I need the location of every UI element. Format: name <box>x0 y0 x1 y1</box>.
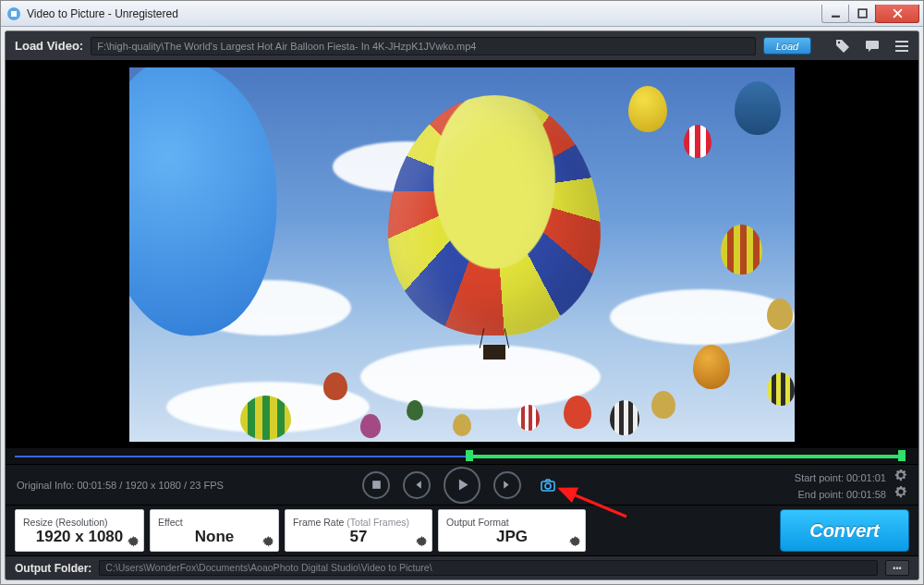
set-end-gear-icon[interactable] <box>894 485 907 498</box>
output-format-value: JPG <box>446 528 578 546</box>
svg-rect-1 <box>11 11 17 17</box>
end-point-label: End point: <box>798 489 847 500</box>
frame-rate-panel[interactable]: Frame Rate (Total Frames) 57 <box>285 509 432 552</box>
video-preview-area <box>6 61 918 447</box>
top-icon-group <box>835 39 909 54</box>
effect-value: None <box>158 528 271 546</box>
load-button[interactable]: Load <box>763 37 811 55</box>
svg-rect-6 <box>895 41 908 43</box>
play-button[interactable] <box>444 467 480 504</box>
timeline-selection <box>468 455 902 458</box>
resize-value: 1920 x 1080 <box>23 528 136 546</box>
selection-start-handle[interactable] <box>466 450 473 461</box>
app-icon <box>6 6 21 21</box>
snapshot-button[interactable] <box>534 471 562 499</box>
resize-gear-icon[interactable] <box>128 536 140 548</box>
minimize-button[interactable] <box>821 5 849 23</box>
video-path-input[interactable]: F:\high-quality\The World's Largest Hot … <box>91 37 756 55</box>
output-format-panel[interactable]: Output Format JPG <box>438 509 586 552</box>
next-frame-button[interactable] <box>493 471 521 499</box>
effect-panel[interactable]: Effect None <box>150 509 279 552</box>
original-info-text: Original Info: 00:01:58 / 1920 x 1080 / … <box>17 480 224 491</box>
start-point-value: 00:01:01 <box>846 472 886 483</box>
title-bar: Video to Picture - Unregistered <box>1 1 923 27</box>
output-format-label: Output Format <box>446 517 578 528</box>
app-body: Load Video: F:\high-quality\The World's … <box>5 30 919 580</box>
load-video-bar: Load Video: F:\high-quality\The World's … <box>6 31 918 61</box>
frame-gear-icon[interactable] <box>416 536 428 548</box>
effect-gear-icon[interactable] <box>262 536 274 548</box>
app-window: Video to Picture - Unregistered Load Vid… <box>0 0 924 585</box>
frame-rate-value: 57 <box>293 528 424 546</box>
prev-frame-button[interactable] <box>403 471 431 499</box>
playback-controls-row: Original Info: 00:01:58 / 1920 x 1080 / … <box>6 464 918 505</box>
close-button[interactable] <box>875 5 919 23</box>
end-point-value: 00:01:58 <box>846 489 886 500</box>
svg-rect-3 <box>858 9 867 18</box>
selection-end-handle[interactable] <box>898 450 906 461</box>
svg-point-11 <box>545 483 551 489</box>
browse-output-button[interactable]: ••• <box>885 560 909 576</box>
comment-icon[interactable] <box>865 39 880 54</box>
output-folder-path[interactable]: C:\Users\WonderFox\Documents\AoaoPhoto D… <box>99 560 878 576</box>
resize-label: Resize (Resolution) <box>23 517 136 528</box>
timeline-progress <box>15 456 468 457</box>
set-start-gear-icon[interactable] <box>894 469 907 481</box>
stop-button[interactable] <box>362 471 390 499</box>
svg-rect-5 <box>866 41 879 49</box>
range-points: Start point: 00:01:01 End point: 00:01:5… <box>795 469 907 502</box>
start-point-label: Start point: <box>795 472 846 483</box>
output-folder-label: Output Folder: <box>15 562 91 575</box>
format-gear-icon[interactable] <box>569 536 581 548</box>
settings-list-icon[interactable] <box>894 39 909 54</box>
frame-rate-label: Frame Rate (Total Frames) <box>293 517 424 528</box>
window-title: Video to Picture - Unregistered <box>27 7 822 20</box>
svg-rect-8 <box>895 50 908 52</box>
window-buttons <box>822 5 919 23</box>
settings-panels: Resize (Resolution) 1920 x 1080 Effect N… <box>6 505 918 555</box>
svg-rect-9 <box>372 481 381 489</box>
play-controls <box>362 467 562 504</box>
resize-panel[interactable]: Resize (Resolution) 1920 x 1080 <box>15 509 144 552</box>
timeline[interactable] <box>6 447 918 464</box>
output-folder-bar: Output Folder: C:\Users\WonderFox\Docume… <box>6 555 918 579</box>
tag-icon[interactable] <box>835 39 850 54</box>
load-video-label: Load Video: <box>15 39 83 53</box>
maximize-button[interactable] <box>848 5 876 23</box>
video-frame <box>129 67 795 442</box>
svg-rect-2 <box>832 15 840 17</box>
svg-point-4 <box>838 41 840 43</box>
convert-button[interactable]: Convert <box>780 509 909 552</box>
effect-label: Effect <box>158 517 271 528</box>
svg-rect-7 <box>895 45 908 47</box>
